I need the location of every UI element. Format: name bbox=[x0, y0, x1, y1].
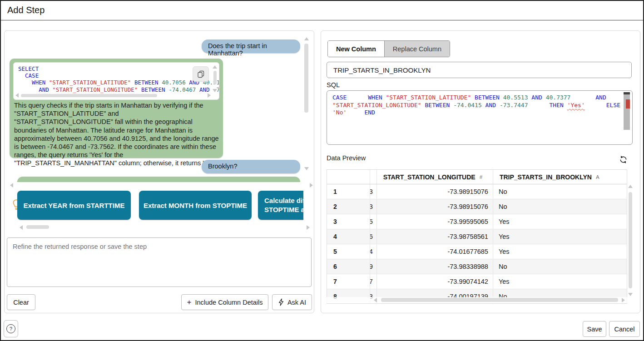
table-cell-lon: -73.98915076 bbox=[377, 184, 493, 199]
plus-icon: + bbox=[187, 298, 191, 306]
suggestion-chip[interactable]: Calculate diffe STOPTIME and bbox=[258, 191, 303, 220]
table-hscroll-thumb[interactable] bbox=[381, 298, 618, 302]
suggestion-chip-label: Extract YEAR from STARTTIME bbox=[24, 202, 125, 209]
table-cell-clip: 3 bbox=[370, 199, 377, 214]
ask-ai-button[interactable]: Ask AI bbox=[272, 294, 312, 310]
table-cell-val: Yes bbox=[493, 244, 627, 259]
column-mode-tabs: New Column Replace Column bbox=[327, 40, 450, 57]
carousel-scrollbar-thumb[interactable] bbox=[26, 225, 49, 229]
tab-label: Replace Column bbox=[393, 45, 441, 53]
table-row: 35-73.99595065Yes bbox=[327, 214, 627, 229]
sql-editor-lines: CASE WHEN "START_STATION_LATITUDE" BETWE… bbox=[327, 91, 632, 117]
help-icon: ? bbox=[6, 324, 15, 333]
editor-error-marker-icon bbox=[626, 99, 630, 109]
table-cell-lon: -73.99074142 bbox=[377, 274, 493, 289]
code-line: WHEN "START_STATION_LATITUDE" BETWEEN 40… bbox=[18, 79, 219, 86]
table-row: 69-73.98338988No bbox=[327, 259, 627, 274]
scroll-up-icon[interactable] bbox=[213, 65, 217, 69]
ai-explanation-text: This query checks if the trip starts in … bbox=[14, 101, 219, 168]
scroll-right-icon[interactable] bbox=[208, 93, 211, 98]
clear-button[interactable]: Clear bbox=[7, 294, 35, 310]
table-row: 13-73.98915076No bbox=[327, 184, 627, 199]
code-vscroll-thumb[interactable] bbox=[213, 71, 217, 84]
clear-button-label: Clear bbox=[13, 299, 29, 306]
sql-code-block: SELECT CASE WHEN "START_STATION_LATITUDE… bbox=[13, 62, 219, 100]
code-hscroll-thumb[interactable] bbox=[21, 94, 157, 97]
table-cell-lon: -73.98915076 bbox=[377, 199, 493, 214]
suggestion-chip-label: Calculate diffe bbox=[264, 196, 303, 205]
table-vscrollbar[interactable] bbox=[628, 169, 633, 304]
scroll-down-icon[interactable] bbox=[213, 89, 217, 92]
table-cell-num: 7 bbox=[327, 274, 370, 289]
numeric-type-icon: # bbox=[480, 174, 482, 180]
refresh-button[interactable] bbox=[618, 154, 629, 165]
copy-button[interactable] bbox=[193, 66, 209, 82]
table-cell-val: No bbox=[493, 259, 627, 274]
table-cell-clip: 3 bbox=[370, 184, 377, 199]
help-button[interactable]: ? bbox=[4, 320, 18, 337]
save-button-label: Save bbox=[587, 326, 602, 333]
sql-code-lines: SELECT CASE WHEN "START_STATION_LATITUDE… bbox=[14, 63, 219, 93]
suggestion-chip[interactable]: Extract MONTH from STOPTIME bbox=[139, 191, 252, 220]
tab-replace-column[interactable]: Replace Column bbox=[385, 41, 450, 57]
table-cell-num: 3 bbox=[327, 214, 370, 229]
table-cell-lon: -73.99595065 bbox=[377, 214, 493, 229]
suggestion-chip[interactable]: Extract YEAR from STARTTIME bbox=[17, 191, 131, 220]
column-name-input[interactable] bbox=[327, 62, 632, 78]
include-column-details-button[interactable]: + Include Column Details bbox=[181, 294, 268, 310]
save-button[interactable]: Save bbox=[583, 321, 606, 337]
ai-response-bubble-clipped bbox=[17, 177, 300, 182]
carousel-prev-icon[interactable] bbox=[10, 183, 13, 188]
table-vscroll-thumb[interactable] bbox=[629, 192, 632, 288]
tab-label: New Column bbox=[336, 45, 376, 53]
ai-response-bubble: SELECT CASE WHEN "START_STATION_LATITUDE… bbox=[10, 59, 223, 158]
user-message-text: Brooklyn? bbox=[208, 163, 237, 170]
scroll-left-icon[interactable] bbox=[20, 225, 23, 230]
scroll-right-icon[interactable] bbox=[622, 298, 625, 302]
table-cell-lon: -73.98338988 bbox=[377, 259, 493, 274]
scroll-up-icon[interactable] bbox=[304, 37, 309, 40]
header-clipped-column bbox=[370, 170, 377, 184]
editor-overview-ruler[interactable] bbox=[624, 92, 630, 143]
user-message-text: Does the trip start in Manhattan? bbox=[208, 42, 267, 57]
carousel-next-icon[interactable] bbox=[310, 183, 313, 188]
tab-new-column[interactable]: New Column bbox=[328, 41, 385, 57]
code-line: "START_STATION_LONGITUDE" BETWEEN -74.04… bbox=[332, 102, 632, 109]
table-cell-lon: -74.01677685 bbox=[377, 244, 493, 259]
table-cell-val: No bbox=[493, 199, 627, 214]
table-cell-lon: -73.98758561 bbox=[377, 229, 493, 244]
code-line: SELECT bbox=[18, 65, 219, 72]
table-row: 54-74.01677685Yes bbox=[327, 244, 627, 259]
data-preview-table: START_STATION_LONGITUDE # TRIP_STARTS_IN… bbox=[327, 169, 627, 304]
code-line: 'No' END bbox=[332, 109, 632, 117]
code-line: CASE bbox=[18, 72, 219, 79]
chat-scrollbar-thumb[interactable] bbox=[304, 44, 308, 113]
table-cell-val: Yes bbox=[493, 229, 627, 244]
scroll-down-icon[interactable] bbox=[304, 167, 309, 170]
table-hscrollbar[interactable] bbox=[327, 297, 627, 303]
table-row: 23-73.98915076No bbox=[327, 199, 627, 214]
table-cell-num: 5 bbox=[327, 244, 370, 259]
scroll-left-icon[interactable] bbox=[374, 298, 377, 302]
table-header-row: START_STATION_LONGITUDE # TRIP_STARTS_IN… bbox=[327, 170, 627, 184]
scroll-left-icon[interactable] bbox=[15, 93, 19, 98]
header-divider bbox=[0, 20, 644, 20]
table-cell-num: 4 bbox=[327, 229, 370, 244]
scroll-up-icon[interactable] bbox=[628, 185, 633, 188]
refine-response-textarea[interactable] bbox=[7, 237, 312, 287]
scroll-right-icon[interactable] bbox=[307, 225, 310, 230]
cancel-button-label: Cancel bbox=[614, 326, 634, 333]
header-start-station-longitude[interactable]: START_STATION_LONGITUDE # bbox=[377, 170, 493, 184]
cancel-button[interactable]: Cancel bbox=[609, 321, 640, 337]
sql-editor[interactable]: CASE WHEN "START_STATION_LATITUDE" BETWE… bbox=[327, 90, 633, 145]
table-row: 46-73.98758561Yes bbox=[327, 229, 627, 244]
header-trip-starts-in-brooklyn[interactable]: TRIP_STARTS_IN_BROOKLYN A bbox=[493, 170, 627, 184]
header-rownum bbox=[327, 170, 370, 184]
lightning-bolt-icon bbox=[278, 298, 284, 306]
column-header-label: TRIP_STARTS_IN_BROOKLYN bbox=[500, 173, 592, 181]
user-message-bubble: Brooklyn? bbox=[202, 160, 300, 173]
text-type-icon: A bbox=[596, 174, 599, 180]
chat-viewport: Does the trip start in Manhattan? SELECT… bbox=[5, 31, 314, 182]
scroll-down-icon[interactable] bbox=[628, 293, 633, 296]
data-preview-label: Data Preview bbox=[327, 154, 366, 162]
